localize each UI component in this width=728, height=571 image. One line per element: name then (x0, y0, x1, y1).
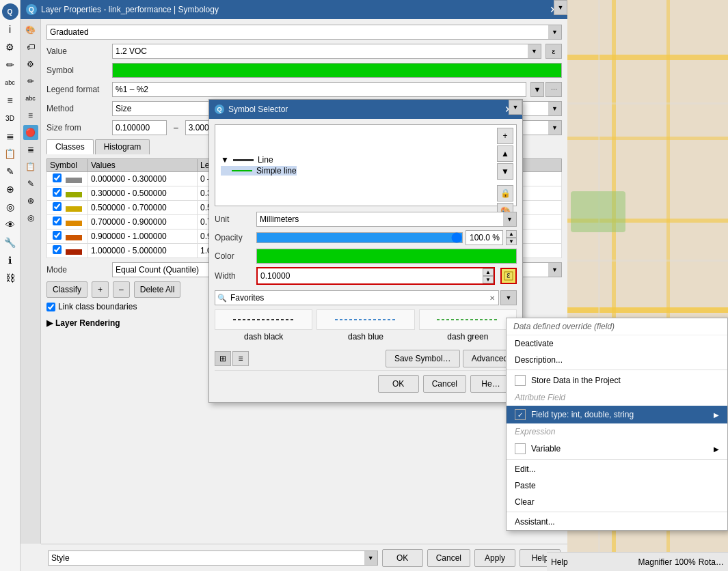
3d-icon[interactable]: 3D (2, 110, 18, 126)
panel-icon-11[interactable]: ⊕ (23, 193, 38, 208)
opacity-input[interactable] (466, 230, 503, 245)
panel-icon-10[interactable]: ✎ (23, 176, 38, 191)
ctx-field-type[interactable]: ✓ Field type: int, double, string ▶ (507, 406, 727, 423)
grid-view-btn[interactable]: ⊞ (215, 351, 231, 366)
opacity-slider[interactable] (256, 232, 463, 243)
width-spin-up[interactable]: ▲ (483, 268, 494, 276)
sym-add-btn[interactable]: + (497, 128, 513, 144)
row-5-check[interactable] (47, 229, 88, 244)
row-2-check[interactable] (47, 186, 88, 201)
rendering-icon[interactable]: 🔧 (2, 234, 18, 251)
legend-format-input[interactable]: %1 – %2 (112, 82, 526, 97)
width-override-button[interactable]: ε (500, 268, 517, 284)
clear-search-button[interactable]: ✕ (485, 290, 499, 305)
actions-icon[interactable]: ◎ (2, 199, 18, 215)
delete-all-button[interactable]: Delete All (134, 281, 181, 298)
unit-dropdown-arrow[interactable]: ▼ (503, 212, 517, 227)
line-style-dash-black[interactable]: dash black (215, 309, 312, 342)
sym-move-up-btn[interactable]: ▲ (497, 145, 513, 162)
sym-lock-btn[interactable]: 🔒 (497, 185, 513, 201)
legend-format-expr-btn[interactable]: ▼ (530, 82, 544, 97)
label-icon[interactable]: abc (2, 74, 18, 91)
color-bar[interactable] (256, 249, 517, 264)
remove-class-button[interactable]: – (113, 281, 130, 298)
panel-icon-12[interactable]: ◎ (23, 210, 38, 225)
ctx-clear[interactable]: Clear (507, 494, 727, 510)
save-symbol-button[interactable]: Save Symbol… (386, 350, 460, 367)
dependencies-icon[interactable]: ⛓ (2, 270, 18, 286)
panel-icon-1[interactable]: 🎨 (23, 23, 38, 38)
size-unit-arrow[interactable]: ▼ (548, 120, 562, 135)
sym-move-down-btn[interactable]: ▼ (497, 163, 513, 180)
panel-icon-4[interactable]: ✏ (23, 74, 38, 89)
opacity-spin-up[interactable]: ▲ (506, 230, 517, 238)
style-select[interactable]: Style (48, 551, 378, 566)
symbol-preview[interactable] (112, 63, 562, 78)
row-3-check[interactable] (47, 201, 88, 215)
ctx-edit[interactable]: Edit... (507, 461, 727, 477)
add-class-button[interactable]: + (92, 281, 109, 298)
opacity-spin-down[interactable]: ▼ (506, 238, 517, 245)
sym-help-button[interactable]: He… (470, 375, 511, 393)
panel-icon-8[interactable]: ≣ (23, 142, 38, 157)
row-1-check[interactable] (47, 172, 88, 186)
ctx-variable[interactable]: Variable ▶ (507, 440, 727, 458)
legend-format-extra-btn[interactable]: ⋯ (545, 82, 562, 97)
row-6-check[interactable] (47, 244, 88, 258)
ctx-store-data[interactable]: Store Data in the Project (507, 372, 727, 389)
sym-ok-button[interactable]: OK (378, 375, 419, 393)
method-dropdown-arrow[interactable]: ▼ (548, 101, 562, 116)
color-dropdown-arrow[interactable]: ▼ (509, 100, 522, 115)
sym-cancel-button[interactable]: Cancel (423, 375, 466, 393)
panel-icon-2[interactable]: 🏷 (23, 40, 38, 55)
mode-dropdown-arrow[interactable]: ▼ (548, 262, 562, 277)
info-icon[interactable]: i (2, 21, 18, 38)
link-class-checkbox[interactable] (46, 303, 55, 311)
cancel-button[interactable]: Cancel (427, 549, 470, 567)
qgis-logo[interactable]: Q (2, 3, 18, 20)
favorites-dropdown-arrow[interactable]: ▼ (500, 290, 517, 305)
edit-icon[interactable]: ✏ (2, 57, 18, 73)
renderer-dropdown-arrow[interactable]: ▼ (548, 25, 562, 40)
size-from-label: Size from (46, 123, 108, 133)
list-view-btn[interactable]: ≡ (232, 351, 249, 366)
attributes-icon[interactable]: 📋 (2, 145, 18, 162)
line-style-dash-green[interactable]: dash green (419, 309, 517, 342)
style-dropdown-arrow[interactable]: ▼ (364, 551, 378, 566)
width-spin-down[interactable]: ▼ (483, 276, 494, 283)
auxiliary-icon[interactable]: ⊕ (2, 181, 18, 197)
ctx-deactivate[interactable]: Deactivate (507, 335, 727, 352)
panel-icon-5[interactable]: abc (23, 91, 38, 106)
panel-icon-9[interactable]: 📋 (23, 159, 38, 174)
panel-icon-6[interactable]: ≡ (23, 108, 38, 123)
ctx-paste[interactable]: Paste (507, 477, 727, 494)
display-icon[interactable]: 👁 (2, 217, 18, 233)
ctx-assistant[interactable]: Assistant... (507, 514, 727, 530)
unit-select[interactable]: Millimeters (256, 212, 517, 227)
source-fields-icon[interactable]: ≣ (2, 128, 18, 144)
metadata-icon[interactable]: ℹ (2, 252, 18, 268)
settings-icon[interactable]: ⚙ (2, 39, 18, 55)
ok-button[interactable]: OK (382, 549, 423, 567)
renderer-select[interactable]: Graduated (46, 25, 562, 40)
ctx-description[interactable]: Description... (507, 352, 727, 368)
line-style-dash-blue[interactable]: dash blue (316, 309, 414, 342)
sym-tree-simple-line[interactable]: Simple line (221, 166, 297, 176)
diagram-icon[interactable]: ≡ (2, 92, 18, 109)
value-expression-btn[interactable]: ε (545, 44, 562, 59)
join-icon[interactable]: ✎ (2, 163, 18, 180)
value-select[interactable]: 1.2 VOC (112, 44, 541, 59)
row-4-check[interactable] (47, 215, 88, 229)
line-styles-grid: dash black dash blue (215, 309, 517, 342)
panel-icon-7[interactable]: 🔴 (23, 125, 38, 140)
tab-histogram[interactable]: Histogram (95, 139, 150, 154)
classify-button[interactable]: Classify (46, 281, 87, 298)
panel-icon-3[interactable]: ⚙ (23, 57, 38, 72)
tab-classes[interactable]: Classes (46, 139, 94, 154)
size-from-input[interactable] (112, 120, 167, 135)
value-dropdown-arrow[interactable]: ▼ (528, 44, 541, 59)
width-input[interactable] (258, 268, 483, 283)
sym-tree-line[interactable]: ▼ Line (221, 155, 297, 165)
apply-button[interactable]: Apply (474, 549, 515, 567)
favorites-search-input[interactable] (215, 290, 499, 305)
